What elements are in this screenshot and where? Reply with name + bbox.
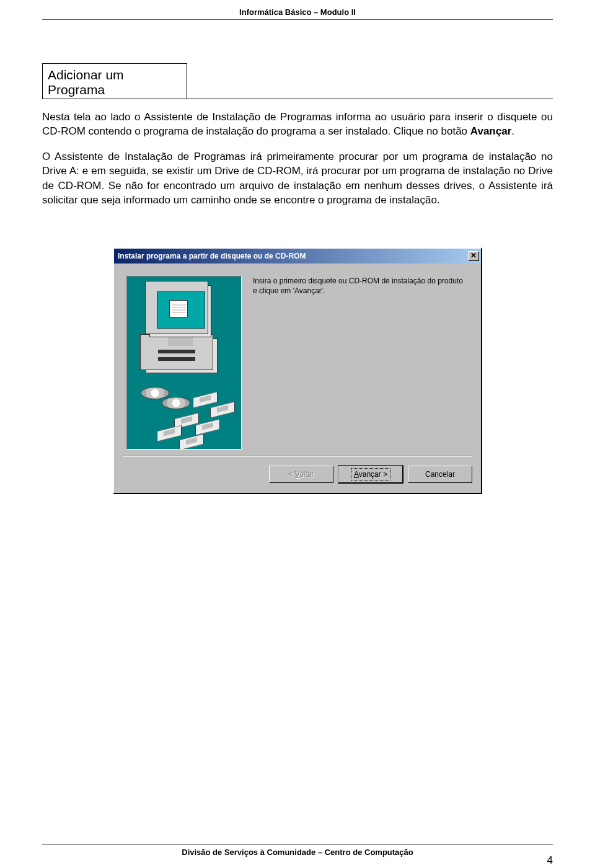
back-button-rest: oltar	[299, 470, 314, 479]
section-title: Adicionar um Programa	[42, 63, 187, 99]
paragraph-2: O Assistente de Instalação de Programas …	[42, 149, 553, 208]
page-header: Informática Básico – Modulo II	[42, 0, 553, 19]
cancel-button[interactable]: Cancelar	[408, 466, 472, 483]
page-footer: Divisão de Serviços à Comunidade – Centr…	[42, 844, 553, 857]
footer-text: Divisão de Serviços à Comunidade – Centr…	[42, 845, 553, 857]
dialog-title: Instalar programa a partir de disquete o…	[118, 252, 306, 260]
next-button[interactable]: Avançar >	[338, 466, 403, 483]
next-button-underline: A	[354, 470, 359, 479]
next-button-rest: vançar >	[359, 470, 387, 479]
paragraph-1c: .	[511, 125, 514, 137]
back-button-prefix: <	[288, 470, 294, 479]
back-button: < Voltar	[269, 466, 333, 483]
dialog-titlebar[interactable]: Instalar programa a partir de disquete o…	[114, 249, 481, 264]
page-number: 4	[547, 854, 553, 867]
dialog-button-row: < Voltar Avançar > Cancelar	[114, 457, 481, 493]
section-title-underline	[42, 99, 553, 99]
paragraph-1-bold: Avançar	[470, 125, 511, 137]
close-icon[interactable]: ✕	[468, 251, 479, 261]
header-rule	[42, 19, 553, 20]
paragraph-1: Nesta tela ao lado o Assistente de Insta…	[42, 110, 553, 139]
install-wizard-dialog: Instalar programa a partir de disquete o…	[113, 247, 482, 494]
dialog-body-text: Insira o primeiro disquete ou CD-ROM de …	[253, 276, 469, 450]
wizard-graphic	[126, 276, 242, 450]
